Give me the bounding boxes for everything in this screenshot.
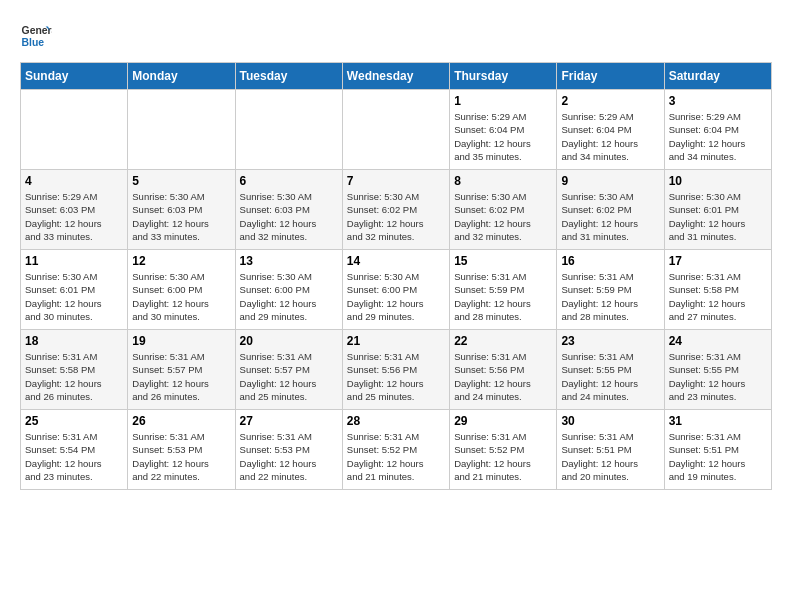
day-number: 16 [561, 254, 659, 268]
day-number: 21 [347, 334, 445, 348]
day-info: Sunrise: 5:31 AM Sunset: 5:53 PM Dayligh… [240, 430, 338, 483]
day-info: Sunrise: 5:31 AM Sunset: 5:52 PM Dayligh… [454, 430, 552, 483]
calendar-cell: 1Sunrise: 5:29 AM Sunset: 6:04 PM Daylig… [450, 90, 557, 170]
calendar-cell: 23Sunrise: 5:31 AM Sunset: 5:55 PM Dayli… [557, 330, 664, 410]
calendar-cell: 28Sunrise: 5:31 AM Sunset: 5:52 PM Dayli… [342, 410, 449, 490]
day-info: Sunrise: 5:31 AM Sunset: 5:56 PM Dayligh… [347, 350, 445, 403]
calendar-cell: 8Sunrise: 5:30 AM Sunset: 6:02 PM Daylig… [450, 170, 557, 250]
day-info: Sunrise: 5:31 AM Sunset: 5:52 PM Dayligh… [347, 430, 445, 483]
calendar-cell: 15Sunrise: 5:31 AM Sunset: 5:59 PM Dayli… [450, 250, 557, 330]
svg-text:Blue: Blue [22, 37, 45, 48]
calendar-cell: 10Sunrise: 5:30 AM Sunset: 6:01 PM Dayli… [664, 170, 771, 250]
day-info: Sunrise: 5:31 AM Sunset: 5:59 PM Dayligh… [454, 270, 552, 323]
calendar-cell [21, 90, 128, 170]
calendar-cell [235, 90, 342, 170]
calendar-cell: 16Sunrise: 5:31 AM Sunset: 5:59 PM Dayli… [557, 250, 664, 330]
weekday-header-friday: Friday [557, 63, 664, 90]
day-info: Sunrise: 5:30 AM Sunset: 6:03 PM Dayligh… [132, 190, 230, 243]
day-number: 14 [347, 254, 445, 268]
day-number: 19 [132, 334, 230, 348]
weekday-header-wednesday: Wednesday [342, 63, 449, 90]
calendar-cell: 29Sunrise: 5:31 AM Sunset: 5:52 PM Dayli… [450, 410, 557, 490]
day-number: 23 [561, 334, 659, 348]
weekday-header-thursday: Thursday [450, 63, 557, 90]
day-number: 9 [561, 174, 659, 188]
day-number: 20 [240, 334, 338, 348]
calendar-cell: 25Sunrise: 5:31 AM Sunset: 5:54 PM Dayli… [21, 410, 128, 490]
week-row-1: 1Sunrise: 5:29 AM Sunset: 6:04 PM Daylig… [21, 90, 772, 170]
day-info: Sunrise: 5:30 AM Sunset: 6:00 PM Dayligh… [132, 270, 230, 323]
day-info: Sunrise: 5:30 AM Sunset: 6:03 PM Dayligh… [240, 190, 338, 243]
calendar-table: SundayMondayTuesdayWednesdayThursdayFrid… [20, 62, 772, 490]
day-number: 29 [454, 414, 552, 428]
calendar-cell: 27Sunrise: 5:31 AM Sunset: 5:53 PM Dayli… [235, 410, 342, 490]
calendar-cell [128, 90, 235, 170]
calendar-cell: 9Sunrise: 5:30 AM Sunset: 6:02 PM Daylig… [557, 170, 664, 250]
day-number: 8 [454, 174, 552, 188]
calendar-cell [342, 90, 449, 170]
weekday-header-row: SundayMondayTuesdayWednesdayThursdayFrid… [21, 63, 772, 90]
calendar-cell: 6Sunrise: 5:30 AM Sunset: 6:03 PM Daylig… [235, 170, 342, 250]
calendar-cell: 22Sunrise: 5:31 AM Sunset: 5:56 PM Dayli… [450, 330, 557, 410]
day-number: 13 [240, 254, 338, 268]
week-row-5: 25Sunrise: 5:31 AM Sunset: 5:54 PM Dayli… [21, 410, 772, 490]
day-number: 7 [347, 174, 445, 188]
day-info: Sunrise: 5:29 AM Sunset: 6:03 PM Dayligh… [25, 190, 123, 243]
day-number: 12 [132, 254, 230, 268]
calendar-cell: 3Sunrise: 5:29 AM Sunset: 6:04 PM Daylig… [664, 90, 771, 170]
day-info: Sunrise: 5:29 AM Sunset: 6:04 PM Dayligh… [561, 110, 659, 163]
day-info: Sunrise: 5:30 AM Sunset: 6:02 PM Dayligh… [454, 190, 552, 243]
calendar-cell: 14Sunrise: 5:30 AM Sunset: 6:00 PM Dayli… [342, 250, 449, 330]
calendar-cell: 24Sunrise: 5:31 AM Sunset: 5:55 PM Dayli… [664, 330, 771, 410]
weekday-header-monday: Monday [128, 63, 235, 90]
day-number: 2 [561, 94, 659, 108]
calendar-cell: 11Sunrise: 5:30 AM Sunset: 6:01 PM Dayli… [21, 250, 128, 330]
weekday-header-saturday: Saturday [664, 63, 771, 90]
day-info: Sunrise: 5:31 AM Sunset: 5:58 PM Dayligh… [25, 350, 123, 403]
calendar-cell: 13Sunrise: 5:30 AM Sunset: 6:00 PM Dayli… [235, 250, 342, 330]
calendar-cell: 20Sunrise: 5:31 AM Sunset: 5:57 PM Dayli… [235, 330, 342, 410]
day-number: 10 [669, 174, 767, 188]
day-number: 24 [669, 334, 767, 348]
calendar-cell: 19Sunrise: 5:31 AM Sunset: 5:57 PM Dayli… [128, 330, 235, 410]
week-row-2: 4Sunrise: 5:29 AM Sunset: 6:03 PM Daylig… [21, 170, 772, 250]
day-number: 15 [454, 254, 552, 268]
day-number: 30 [561, 414, 659, 428]
calendar-cell: 2Sunrise: 5:29 AM Sunset: 6:04 PM Daylig… [557, 90, 664, 170]
week-row-3: 11Sunrise: 5:30 AM Sunset: 6:01 PM Dayli… [21, 250, 772, 330]
day-info: Sunrise: 5:30 AM Sunset: 6:02 PM Dayligh… [561, 190, 659, 243]
weekday-header-sunday: Sunday [21, 63, 128, 90]
week-row-4: 18Sunrise: 5:31 AM Sunset: 5:58 PM Dayli… [21, 330, 772, 410]
day-number: 6 [240, 174, 338, 188]
day-info: Sunrise: 5:31 AM Sunset: 5:51 PM Dayligh… [561, 430, 659, 483]
day-number: 26 [132, 414, 230, 428]
day-info: Sunrise: 5:31 AM Sunset: 5:55 PM Dayligh… [669, 350, 767, 403]
day-info: Sunrise: 5:31 AM Sunset: 5:53 PM Dayligh… [132, 430, 230, 483]
day-number: 27 [240, 414, 338, 428]
day-info: Sunrise: 5:31 AM Sunset: 5:58 PM Dayligh… [669, 270, 767, 323]
header: General Blue [20, 20, 772, 52]
logo: General Blue [20, 20, 52, 52]
day-info: Sunrise: 5:31 AM Sunset: 5:51 PM Dayligh… [669, 430, 767, 483]
day-info: Sunrise: 5:31 AM Sunset: 5:54 PM Dayligh… [25, 430, 123, 483]
day-info: Sunrise: 5:29 AM Sunset: 6:04 PM Dayligh… [454, 110, 552, 163]
day-info: Sunrise: 5:30 AM Sunset: 6:01 PM Dayligh… [25, 270, 123, 323]
calendar-cell: 17Sunrise: 5:31 AM Sunset: 5:58 PM Dayli… [664, 250, 771, 330]
calendar-cell: 5Sunrise: 5:30 AM Sunset: 6:03 PM Daylig… [128, 170, 235, 250]
day-number: 11 [25, 254, 123, 268]
day-number: 22 [454, 334, 552, 348]
calendar-cell: 4Sunrise: 5:29 AM Sunset: 6:03 PM Daylig… [21, 170, 128, 250]
day-number: 25 [25, 414, 123, 428]
calendar-cell: 7Sunrise: 5:30 AM Sunset: 6:02 PM Daylig… [342, 170, 449, 250]
day-info: Sunrise: 5:30 AM Sunset: 6:00 PM Dayligh… [347, 270, 445, 323]
day-number: 18 [25, 334, 123, 348]
day-info: Sunrise: 5:30 AM Sunset: 6:00 PM Dayligh… [240, 270, 338, 323]
day-info: Sunrise: 5:29 AM Sunset: 6:04 PM Dayligh… [669, 110, 767, 163]
day-info: Sunrise: 5:31 AM Sunset: 5:57 PM Dayligh… [240, 350, 338, 403]
day-number: 4 [25, 174, 123, 188]
day-number: 31 [669, 414, 767, 428]
day-number: 1 [454, 94, 552, 108]
day-info: Sunrise: 5:31 AM Sunset: 5:57 PM Dayligh… [132, 350, 230, 403]
calendar-cell: 31Sunrise: 5:31 AM Sunset: 5:51 PM Dayli… [664, 410, 771, 490]
day-info: Sunrise: 5:31 AM Sunset: 5:59 PM Dayligh… [561, 270, 659, 323]
